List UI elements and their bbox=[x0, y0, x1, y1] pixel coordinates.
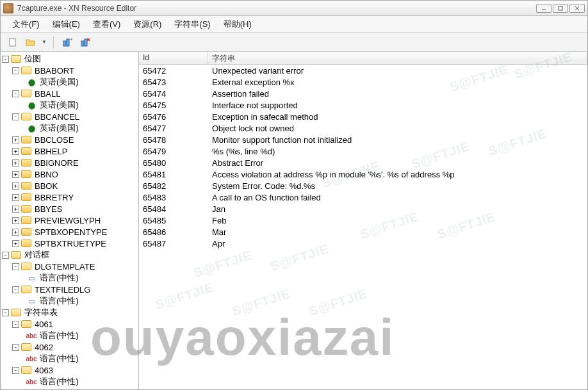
tree-node-4063[interactable]: -4063 bbox=[1, 364, 138, 376]
expand-icon[interactable]: + bbox=[12, 217, 19, 224]
table-row[interactable]: 65484Jan bbox=[139, 203, 587, 215]
tree-label: BBALL bbox=[33, 89, 61, 99]
collapse-icon[interactable]: - bbox=[2, 56, 9, 63]
tree-node-bbhelp[interactable]: +BBHELP bbox=[1, 145, 138, 157]
tree-node-bbclose[interactable]: +BBCLOSE bbox=[1, 134, 138, 145]
table-row[interactable]: 65478Monitor support function not initia… bbox=[139, 134, 587, 145]
new-file-button[interactable] bbox=[6, 35, 20, 49]
folder-icon bbox=[21, 159, 31, 167]
table-row[interactable]: 65476Exception in safecall method bbox=[139, 111, 587, 122]
window-controls bbox=[536, 4, 585, 13]
add-resource-button[interactable]: + bbox=[60, 35, 74, 49]
table-row[interactable]: 65481Access violation at address %p in m… bbox=[139, 168, 587, 180]
table-row[interactable]: 65472Unexpected variant error bbox=[139, 65, 587, 76]
delete-resource-icon bbox=[80, 37, 90, 47]
expand-icon[interactable]: + bbox=[12, 136, 19, 143]
menu-view[interactable]: 查看(V) bbox=[88, 17, 126, 31]
table-row[interactable]: 65485Feb bbox=[139, 215, 587, 226]
tree-node-lang[interactable]: ▭语言(中性) bbox=[1, 272, 138, 284]
menu-resource[interactable]: 资源(R) bbox=[128, 17, 167, 31]
tree-node-stringtable[interactable]: - 字符串表 bbox=[1, 307, 138, 318]
tree-node-lang[interactable]: ⬤英语(美国) bbox=[1, 76, 138, 88]
expand-icon[interactable]: + bbox=[12, 240, 19, 247]
tree-node-sptbxtruetype[interactable]: +SPTBXTRUETYPE bbox=[1, 238, 138, 249]
table-row[interactable]: 65483A call to an OS function failed bbox=[139, 191, 587, 203]
titlebar: 7capture.exe - XN Resource Editor bbox=[1, 1, 587, 16]
menu-edit[interactable]: 编辑(E) bbox=[47, 17, 85, 31]
table-row[interactable]: 65473External exception %x bbox=[139, 76, 587, 88]
cell-id: 65473 bbox=[139, 77, 208, 87]
table-row[interactable]: 65482System Error. Code: %d.%s bbox=[139, 180, 587, 191]
collapse-icon[interactable]: - bbox=[12, 344, 19, 351]
tree-label: 字符串表 bbox=[23, 307, 59, 318]
tree-node-bbok[interactable]: +BBOK bbox=[1, 180, 138, 191]
tree-node-4062[interactable]: -4062 bbox=[1, 341, 138, 353]
tree-node-lang[interactable]: abc语言(中性) bbox=[1, 330, 138, 341]
table-row[interactable]: 65475Interface not supported bbox=[139, 99, 587, 111]
expand-icon[interactable]: + bbox=[12, 183, 19, 190]
tree-node-bitmap[interactable]: - 位图 bbox=[1, 53, 138, 65]
tree-node-bbcancel[interactable]: -BBCANCEL bbox=[1, 111, 138, 122]
close-button[interactable] bbox=[569, 4, 585, 13]
menu-help[interactable]: 帮助(H) bbox=[218, 17, 257, 31]
tree-node-textfiledlg[interactable]: -TEXTFILEDLG bbox=[1, 284, 138, 295]
table-row[interactable]: 65487Apr bbox=[139, 238, 587, 249]
tree-node-dlgtemplate[interactable]: -DLGTEMPLATE bbox=[1, 261, 138, 272]
cell-id: 65487 bbox=[139, 239, 208, 248]
tree-node-lang[interactable]: abc语言(中性) bbox=[1, 376, 138, 387]
collapse-icon[interactable]: - bbox=[12, 286, 19, 293]
collapse-icon[interactable]: - bbox=[12, 263, 19, 270]
collapse-icon[interactable]: - bbox=[12, 367, 19, 374]
cell-id: 65475 bbox=[139, 101, 208, 110]
column-header-string[interactable]: 字符串 bbox=[208, 52, 587, 64]
string-list-panel[interactable]: Id 字符串 65472Unexpected variant error6547… bbox=[139, 52, 587, 389]
toolbar-separator bbox=[53, 36, 54, 49]
tree-node-sptbxopentype[interactable]: +SPTBXOPENTYPE bbox=[1, 226, 138, 238]
tree-node-bbignore[interactable]: +BBIGNORE bbox=[1, 157, 138, 168]
collapse-icon[interactable]: - bbox=[2, 252, 9, 259]
tree-node-dialog[interactable]: - 对话框 bbox=[1, 249, 138, 261]
maximize-button[interactable] bbox=[553, 4, 568, 13]
open-file-button[interactable] bbox=[24, 35, 38, 49]
collapse-icon[interactable]: - bbox=[12, 113, 19, 120]
tree-node-bball[interactable]: -BBALL bbox=[1, 88, 138, 99]
column-header-id[interactable]: Id bbox=[139, 52, 208, 64]
tree-node-bbno[interactable]: +BBNO bbox=[1, 168, 138, 180]
tree-label: BBYES bbox=[33, 204, 63, 214]
tree-node-bbretry[interactable]: +BBRETRY bbox=[1, 191, 138, 203]
tree-node-lang[interactable]: ⬤英语(美国) bbox=[1, 99, 138, 111]
table-row[interactable]: 65474Assertion failed bbox=[139, 88, 587, 99]
collapse-icon[interactable]: - bbox=[12, 321, 19, 328]
collapse-icon[interactable]: - bbox=[12, 67, 19, 74]
expand-icon[interactable]: + bbox=[12, 148, 19, 155]
tree-node-bbyes[interactable]: +BBYES bbox=[1, 203, 138, 215]
tree-node-previewglyph[interactable]: +PREVIEWGLYPH bbox=[1, 215, 138, 226]
folder-open-icon bbox=[21, 343, 31, 351]
tree-node-lang[interactable]: ⬤英语(美国) bbox=[1, 122, 138, 134]
add-resource-icon: + bbox=[62, 37, 72, 47]
cell-id: 65485 bbox=[139, 216, 208, 225]
table-row[interactable]: 65477Object lock not owned bbox=[139, 122, 587, 134]
delete-resource-button[interactable] bbox=[78, 35, 92, 49]
tree-node-4061[interactable]: -4061 bbox=[1, 318, 138, 330]
cell-string: Interface not supported bbox=[208, 101, 587, 110]
open-dropdown[interactable]: ▼ bbox=[42, 39, 47, 45]
tree-node-bbabort[interactable]: -BBABORT bbox=[1, 65, 138, 76]
expand-icon[interactable]: + bbox=[12, 194, 19, 201]
tree-node-lang[interactable]: ▭语言(中性) bbox=[1, 295, 138, 307]
table-row[interactable]: 65480Abstract Error bbox=[139, 157, 587, 168]
collapse-icon[interactable]: - bbox=[12, 90, 19, 97]
table-row[interactable]: 65479%s (%s, line %d) bbox=[139, 145, 587, 157]
expand-icon[interactable]: + bbox=[12, 159, 19, 167]
expand-icon[interactable]: + bbox=[12, 206, 19, 213]
menu-file[interactable]: 文件(F) bbox=[7, 17, 45, 31]
expand-icon[interactable]: + bbox=[12, 171, 19, 178]
folder-open-icon bbox=[21, 263, 31, 270]
table-row[interactable]: 65486Mar bbox=[139, 226, 587, 238]
resource-tree-panel[interactable]: - 位图 -BBABORT ⬤英语(美国) -BBALL ⬤英语(美国) -BB… bbox=[1, 52, 139, 389]
expand-icon[interactable]: + bbox=[12, 229, 19, 236]
minimize-button[interactable] bbox=[536, 4, 551, 13]
menu-string[interactable]: 字符串(S) bbox=[169, 17, 215, 31]
collapse-icon[interactable]: - bbox=[2, 309, 9, 316]
tree-node-lang[interactable]: abc语言(中性) bbox=[1, 353, 138, 364]
